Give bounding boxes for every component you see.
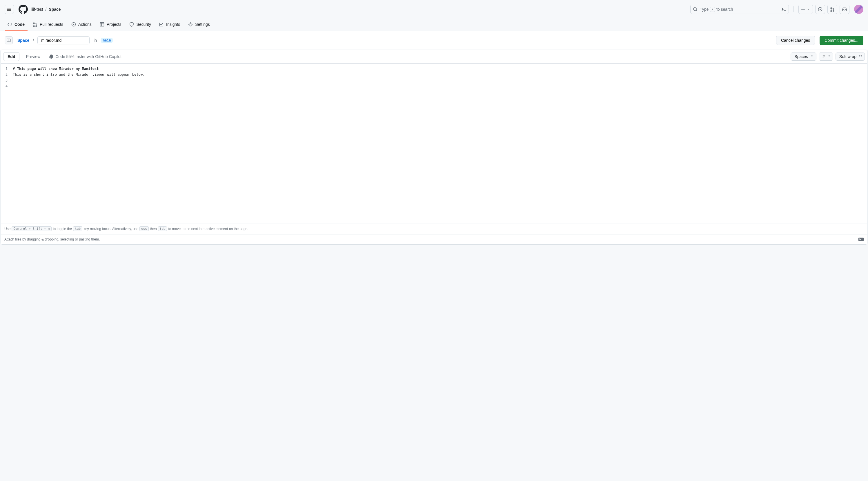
plus-icon xyxy=(801,7,805,11)
user-avatar[interactable] xyxy=(854,5,863,14)
kbd-esc: esc xyxy=(140,226,149,231)
tab-preview[interactable]: Preview xyxy=(22,53,44,61)
notifications-button[interactable] xyxy=(840,5,849,14)
nav-pull-label: Pull requests xyxy=(40,22,63,27)
header-divider xyxy=(794,6,794,12)
three-bars-icon xyxy=(7,7,11,11)
global-search[interactable]: Type / to search xyxy=(690,5,789,14)
svg-rect-5 xyxy=(7,39,10,42)
code-content[interactable]: # This page will show Mirador my Manifes… xyxy=(13,63,867,223)
editor-container: Edit Preview Code 55% faster with GitHub… xyxy=(1,50,867,245)
search-placeholder: Type / to search xyxy=(700,7,733,12)
svg-rect-3 xyxy=(100,23,104,26)
in-text: in xyxy=(94,38,97,43)
line-number: 1 xyxy=(5,66,7,72)
copilot-hint[interactable]: Code 55% faster with GitHub Copilot xyxy=(49,54,122,59)
repo-nav: Code Pull requests Actions Projects Secu… xyxy=(0,19,868,31)
nav-security-label: Security xyxy=(136,22,151,27)
github-logo[interactable] xyxy=(19,5,28,14)
code-line: # This page will show Mirador my Manifes… xyxy=(13,66,867,72)
repo-link[interactable]: Space xyxy=(18,38,29,43)
line-number: 3 xyxy=(5,78,7,83)
filename-input[interactable] xyxy=(37,36,90,44)
kbd-tab: tab xyxy=(73,226,82,231)
gear-icon xyxy=(188,22,193,27)
inbox-icon xyxy=(842,7,847,11)
command-palette-button[interactable] xyxy=(779,6,786,12)
line-number: 4 xyxy=(5,83,7,89)
cancel-changes-button[interactable]: Cancel changes xyxy=(776,36,815,45)
editor-toolbar: Edit Preview Code 55% faster with GitHub… xyxy=(1,50,867,63)
triangle-down-icon xyxy=(806,7,810,11)
breadcrumb: iiif-test / Space xyxy=(31,7,61,11)
pull-requests-button[interactable] xyxy=(828,5,837,14)
code-icon xyxy=(7,22,12,27)
kbd-shortcut: Control + Shift + m xyxy=(11,226,52,231)
copilot-hint-label: Code 55% faster with GitHub Copilot xyxy=(55,54,122,59)
attach-text: Attach files by dragging & dropping, sel… xyxy=(4,237,100,241)
markdown-icon[interactable]: M↓ xyxy=(859,238,864,241)
indent-mode-select[interactable]: Spaces xyxy=(790,53,816,61)
breadcrumb-separator: / xyxy=(45,7,46,11)
commit-changes-button[interactable]: Commit changes... xyxy=(819,36,863,45)
keyboard-hints: Use Control + Shift + m to toggle the ta… xyxy=(1,223,867,234)
svg-point-1 xyxy=(819,9,821,10)
nav-settings-label: Settings xyxy=(195,22,210,27)
code-line: This is a short intro and the Mirador vi… xyxy=(13,72,867,78)
code-editor[interactable]: 1 2 3 4 # This page will show Mirador my… xyxy=(1,63,867,223)
path-separator: / xyxy=(33,38,34,43)
nav-pull-requests[interactable]: Pull requests xyxy=(30,19,66,31)
nav-code[interactable]: Code xyxy=(5,19,28,31)
line-number: 2 xyxy=(5,72,7,78)
nav-security[interactable]: Security xyxy=(126,19,154,31)
copilot-icon xyxy=(49,54,54,59)
nav-insights[interactable]: Insights xyxy=(156,19,183,31)
indent-size-select[interactable]: 2 xyxy=(819,53,833,61)
mark-github-icon xyxy=(19,5,28,14)
global-header: iiif-test / Space Type / to search xyxy=(0,0,868,19)
nav-actions-label: Actions xyxy=(78,22,92,27)
nav-code-label: Code xyxy=(14,22,25,27)
nav-actions[interactable]: Actions xyxy=(68,19,94,31)
shield-icon xyxy=(129,22,134,27)
file-path-header: Space / in main Cancel changes Commit ch… xyxy=(0,31,868,50)
create-new-button[interactable] xyxy=(799,5,813,14)
kbd-tab: tab xyxy=(158,226,167,231)
hamburger-menu-button[interactable] xyxy=(5,5,14,14)
sidebar-collapse-icon xyxy=(7,38,11,42)
nav-settings[interactable]: Settings xyxy=(185,19,213,31)
tab-edit[interactable]: Edit xyxy=(3,52,20,61)
breadcrumb-owner-link[interactable]: iiif-test xyxy=(31,7,43,11)
branch-badge[interactable]: main xyxy=(101,38,113,43)
git-pull-request-icon xyxy=(830,7,835,11)
nav-projects-label: Projects xyxy=(107,22,122,27)
git-pull-request-icon xyxy=(33,22,37,27)
search-icon xyxy=(693,7,698,11)
wrap-select[interactable]: Soft wrap xyxy=(836,53,865,61)
attach-files-area[interactable]: Attach files by dragging & dropping, sel… xyxy=(1,234,867,244)
nav-projects[interactable]: Projects xyxy=(97,19,124,31)
issues-button[interactable] xyxy=(815,5,825,14)
line-number-gutter: 1 2 3 4 xyxy=(1,63,13,223)
issue-opened-icon xyxy=(818,7,823,11)
nav-insights-label: Insights xyxy=(166,22,180,27)
command-palette-icon xyxy=(782,7,786,11)
breadcrumb-repo-link[interactable]: Space xyxy=(49,7,61,11)
table-icon xyxy=(100,22,104,27)
play-icon xyxy=(71,22,76,27)
svg-point-4 xyxy=(190,24,191,25)
side-panel-toggle[interactable] xyxy=(5,36,13,44)
graph-icon xyxy=(159,22,164,27)
